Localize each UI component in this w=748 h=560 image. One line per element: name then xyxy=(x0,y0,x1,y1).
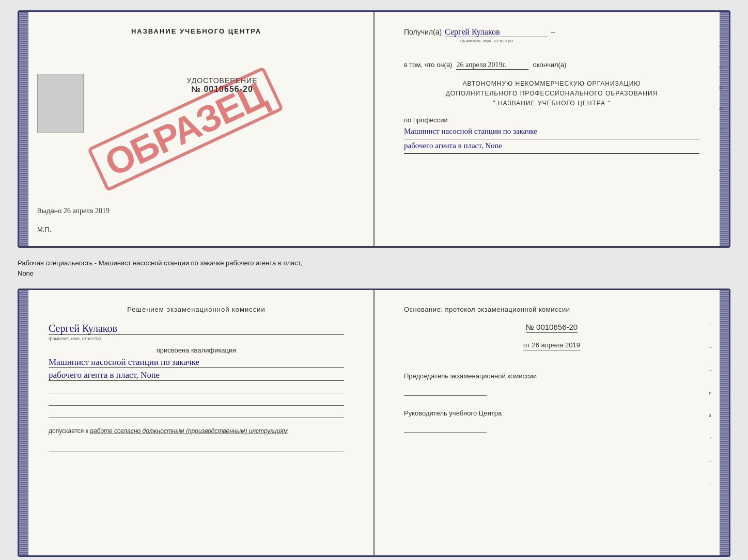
right-markers-top: – – – и а ← – – xyxy=(719,22,725,173)
ot-label: от xyxy=(523,341,530,349)
blank-line-2 xyxy=(49,397,344,406)
rukovoditel-block: Руководитель учебного Центра xyxy=(404,408,699,433)
blank-line-4 xyxy=(49,444,344,452)
bottom-document: Решением экзаменационной комиссии Сергей… xyxy=(18,289,730,557)
dopuskaetsya-label: допускается к xyxy=(49,427,88,435)
right-markers-bottom: – – – и а ← – – xyxy=(709,321,714,486)
kvalif-line2: рабочего агента в пласт, None xyxy=(49,370,344,381)
marker-4: и xyxy=(719,84,725,90)
separator-line2: None xyxy=(18,268,730,279)
bmarker-5: а xyxy=(709,412,714,418)
marker-8: – xyxy=(719,167,725,173)
poluchil-label: Получил(а) xyxy=(404,28,442,36)
bottom-name: Сергей Кулаков xyxy=(49,323,344,335)
ot-row: от 26 апреля 2019 xyxy=(523,341,580,350)
recipient-name: Сергей Кулаков xyxy=(445,27,548,37)
dopuskaetsya-row: допускается к работе согласно должностны… xyxy=(49,426,344,436)
top-document: НАЗВАНИЕ УЧЕБНОГО ЦЕНТРА УДОСТОВЕРЕНИЕ №… xyxy=(18,10,730,248)
separator-text: Рабочая специальность - Машинист насосно… xyxy=(18,256,730,280)
rukovoditel-sig-line xyxy=(404,423,487,433)
vydano-label: Выдано xyxy=(37,207,61,215)
marker-1: – xyxy=(719,22,725,28)
bmarker-7: – xyxy=(709,457,714,463)
udost-number: № 0010656-20 xyxy=(100,85,344,94)
blank-line-3 xyxy=(49,410,344,418)
top-doc-right: Получил(а) Сергей Кулаков фамилия, имя, … xyxy=(375,12,729,246)
blank-line-1 xyxy=(49,385,344,393)
avtonom-block: АВТОНОМНУЮ НЕКОММЕРЧЕСКУЮ ОРГАНИЗАЦИЮ ДО… xyxy=(404,79,699,109)
po-professii-label: по профессии xyxy=(404,116,699,124)
predsedatel-title: Председатель экзаменационной комиссии xyxy=(404,371,699,381)
bmarker-8: – xyxy=(709,480,714,486)
udost-label: УДОСТОВЕРЕНИЕ xyxy=(100,76,344,85)
mp-label: М.П. xyxy=(37,226,51,233)
ot-date-block: от 26 апреля 2019 xyxy=(404,340,699,362)
marker-3: – xyxy=(719,63,725,70)
bottom-doc-right: Основание: протокол экзаменационной коми… xyxy=(375,290,729,555)
osnovanie-title: Основание: протокол экзаменационной коми… xyxy=(404,306,699,313)
rukovoditel-title: Руководитель учебного Центра xyxy=(404,408,699,419)
vydano-date: 26 апреля 2019 xyxy=(64,207,110,215)
photo-placeholder xyxy=(37,74,84,133)
marker-7: – xyxy=(719,146,725,152)
bmarker-6: ← xyxy=(709,435,714,441)
dopusk-text: работе согласно должностным (производств… xyxy=(90,427,288,435)
okonchil-label: окончил(а) xyxy=(533,61,566,69)
bmarker-2: – xyxy=(709,344,714,350)
protocol-number-block: № 0010656-20 xyxy=(404,323,699,337)
ot-date: 26 апреля 2019 xyxy=(532,341,581,349)
name-block: Сергей Кулаков фамилия, имя, отчество xyxy=(49,323,344,341)
bmarker-4: и xyxy=(709,389,714,395)
kvalif-line1: Машинист насосной станции по закачке xyxy=(49,357,344,368)
top-left-title: НАЗВАНИЕ УЧЕБНОГО ЦЕНТРА xyxy=(49,27,344,35)
marker-5: а xyxy=(719,105,725,111)
vydano-row: Выдано 26 апреля 2019 xyxy=(37,207,110,215)
avtonom-line2: ДОПОЛНИТЕЛЬНОГО ПРОФЕССИОНАЛЬНОГО ОБРАЗО… xyxy=(404,89,699,99)
udost-block: УДОСТОВЕРЕНИЕ № 0010656-20 xyxy=(100,76,344,94)
separator-line1: Рабочая специальность - Машинист насосно… xyxy=(18,258,730,268)
vtom-label: в том, что он(а) xyxy=(404,61,452,69)
predsedatel-block: Председатель экзаменационной комиссии xyxy=(404,371,699,396)
top-doc-left: НАЗВАНИЕ УЧЕБНОГО ЦЕНТРА УДОСТОВЕРЕНИЕ №… xyxy=(19,12,375,246)
bmarker-3: – xyxy=(709,366,714,373)
bottom-doc-left: Решением экзаменационной комиссии Сергей… xyxy=(19,290,375,555)
marker-2: – xyxy=(719,43,725,49)
protocol-number: № 0010656-20 xyxy=(526,323,578,333)
vtom-date: 26 апреля 2019г. xyxy=(456,61,528,70)
profession-line2: рабочего агента в пласт, None xyxy=(404,141,699,154)
profession-line1: Машинист насосной станции по закачке xyxy=(404,127,699,139)
avtonom-line3: " НАЗВАНИЕ УЧЕБНОГО ЦЕНТРА " xyxy=(404,99,699,108)
bmarker-1: – xyxy=(709,321,714,327)
dash-top: – xyxy=(551,28,555,36)
familiya-hint-bottom: фамилия, имя, отчество xyxy=(49,336,344,341)
familiya-hint-top: фамилия, имя, отчество xyxy=(460,38,513,43)
resheniem-title: Решением экзаменационной комиссии xyxy=(49,306,344,313)
avtonom-line1: АВТОНОМНУЮ НЕКОММЕРЧЕСКУЮ ОРГАНИЗАЦИЮ xyxy=(404,79,699,89)
poluchil-row: Получил(а) Сергей Кулаков фамилия, имя, … xyxy=(404,27,699,37)
vtom-row: в том, что он(а) 26 апреля 2019г. окончи… xyxy=(404,61,699,70)
marker-6: ← xyxy=(719,125,725,132)
prisvoena-text: присвоена квалификация xyxy=(49,346,344,354)
predsedatel-sig-line xyxy=(404,387,487,396)
